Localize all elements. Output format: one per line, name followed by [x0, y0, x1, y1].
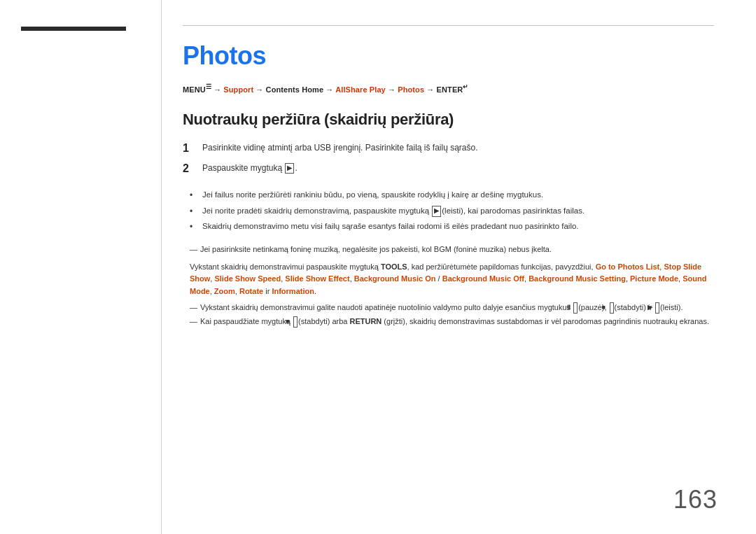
menu-sep5: → [426, 85, 436, 94]
page-title: Photos [183, 41, 714, 71]
remote-icon-stop2: ■ [293, 316, 298, 328]
top-rule [183, 25, 714, 26]
return-keyword: RETURN [349, 317, 382, 325]
sidebar [0, 0, 161, 534]
tools-link-effect: Slide Show Effect [285, 274, 349, 283]
tools-link-bgmsetting: Background Music Setting [528, 274, 626, 283]
menu-icon: ☰ [206, 83, 211, 90]
step-2-number: 2 [183, 162, 198, 175]
step-1-text: Pasirinkite vidinę atmintį arba USB įren… [202, 141, 478, 154]
remote-icon-pause: ⏸ [573, 302, 578, 314]
tools-link-bgmon: Background Music On [354, 274, 436, 283]
bullet-3: Skaidrių demonstravimo metu visi failų s… [190, 220, 714, 234]
remote-icon-enter: ▶ [285, 163, 294, 174]
note-2-text: Vykstant skaidrių demonstravimui galite … [190, 302, 714, 314]
tools-line: Vykstant skaidrių demonstravimui paspaus… [190, 261, 714, 298]
note-block-1: Jei pasirinksite netinkamą foninę muziką… [190, 244, 714, 258]
note-3-text: Kai paspaudžiate mygtuką ■(stabdyti) arb… [190, 316, 714, 328]
remote-icon-stop: ■ [610, 302, 614, 314]
step-2-text: Paspauskite mygtuką ▶. [202, 162, 298, 174]
steps-list: 1 Pasirinkite vidinę atmintį arba USB įr… [183, 141, 714, 182]
bullet-1-text: Jei failus norite peržiūrėti rankiniu bū… [202, 189, 543, 202]
bullet-1: Jei failus norite peržiūrėti rankiniu bū… [190, 189, 714, 202]
sidebar-bar [21, 27, 126, 31]
menu-contents: Contents Home [266, 85, 324, 94]
menu-enter: ENTER [437, 85, 463, 94]
remote-icon-play2: ▶ [655, 302, 659, 314]
menu-prefix: MENU [183, 85, 206, 94]
bullet-2: Jei norite pradėti skaidrių demonstravim… [190, 205, 714, 218]
tools-link-speed: Slide Show Speed [214, 274, 281, 283]
note-block-2: Vykstant skaidrių demonstravimui galite … [190, 302, 714, 330]
step-1: 1 Pasirinkite vidinę atmintį arba USB įr… [183, 141, 714, 155]
step-1-number: 1 [183, 141, 198, 155]
menu-sep3: → [326, 85, 335, 94]
bullet-3-text: Skaidrių demonstravimo metu visi failų s… [202, 220, 579, 233]
remote-icon-play: ▶ [432, 206, 441, 217]
tools-link-rotate: Rotate [239, 287, 263, 295]
tools-keyword: TOOLS [381, 262, 407, 271]
tools-link-info: Information [272, 287, 314, 295]
menu-path: MENU☰ → Support → Contents Home → AllSha… [183, 83, 714, 94]
main-content: Photos MENU☰ → Support → Contents Home →… [161, 0, 756, 534]
menu-sep: → [214, 85, 223, 94]
menu-sep2: → [255, 85, 265, 94]
note-1-text: Jei pasirinksite netinkamą foninę muziką… [190, 244, 714, 255]
menu-photos: Photos [398, 85, 424, 94]
section-title: Nuotraukų peržiūra (skaidrių peržiūra) [183, 111, 714, 129]
menu-allshare: AllShare Play [335, 85, 386, 94]
tools-link-picturemode: Picture Mode [630, 274, 678, 283]
menu-sep4: → [388, 85, 398, 94]
menu-support: Support [223, 85, 253, 94]
bullet-2-text: Jei norite pradėti skaidrių demonstravim… [202, 205, 584, 218]
step-2: 2 Paspauskite mygtuką ▶. [183, 162, 714, 175]
tools-link-zoom: Zoom [214, 287, 235, 295]
page-number: 163 [673, 485, 718, 514]
tools-link-bgmoff: Background Music Off [442, 274, 524, 283]
enter-icon: ↵ [463, 83, 468, 90]
tools-links: Go to Photos List [596, 262, 660, 271]
bullet-list: Jei failus norite peržiūrėti rankiniu bū… [190, 189, 714, 237]
